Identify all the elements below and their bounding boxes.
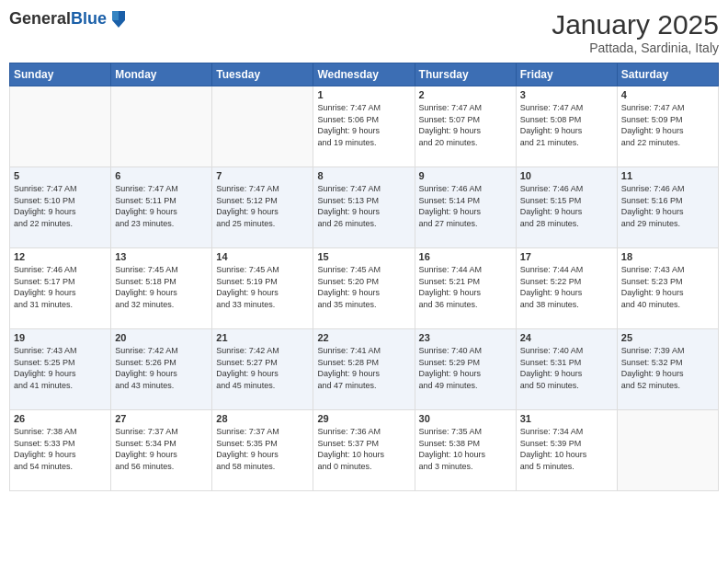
calendar-cell: 2Sunrise: 7:47 AMSunset: 5:07 PMDaylight… [415,86,516,167]
calendar-cell: 16Sunrise: 7:44 AMSunset: 5:21 PMDayligh… [415,248,516,329]
day-info: Sunrise: 7:40 AMSunset: 5:31 PMDaylight:… [520,345,613,391]
calendar-cell: 26Sunrise: 7:38 AMSunset: 5:33 PMDayligh… [10,410,111,491]
day-info: Sunrise: 7:46 AMSunset: 5:16 PMDaylight:… [621,183,714,229]
calendar-cell: 27Sunrise: 7:37 AMSunset: 5:34 PMDayligh… [111,410,212,491]
calendar-cell: 29Sunrise: 7:36 AMSunset: 5:37 PMDayligh… [313,410,415,491]
day-info: Sunrise: 7:36 AMSunset: 5:37 PMDaylight:… [317,426,410,472]
calendar-container: GeneralBlue January 2025 Pattada, Sardin… [0,0,728,563]
calendar-cell: 22Sunrise: 7:41 AMSunset: 5:28 PMDayligh… [313,329,415,410]
calendar-col-header: Saturday [617,63,718,86]
calendar-cell [10,86,111,167]
calendar-col-header: Tuesday [212,63,313,86]
calendar-cell [212,86,313,167]
calendar-cell: 3Sunrise: 7:47 AMSunset: 5:08 PMDaylight… [516,86,617,167]
day-info: Sunrise: 7:40 AMSunset: 5:29 PMDaylight:… [419,345,512,391]
logo-icon [108,9,127,29]
day-number: 31 [520,413,613,424]
day-number: 24 [520,332,613,343]
day-number: 29 [317,413,410,424]
day-number: 27 [115,413,208,424]
calendar-header-row: SundayMondayTuesdayWednesdayThursdayFrid… [10,63,719,86]
day-number: 10 [520,170,613,181]
calendar-cell: 10Sunrise: 7:46 AMSunset: 5:15 PMDayligh… [516,167,617,248]
calendar-week-row: 12Sunrise: 7:46 AMSunset: 5:17 PMDayligh… [10,248,719,329]
calendar-cell: 18Sunrise: 7:43 AMSunset: 5:23 PMDayligh… [617,248,718,329]
day-info: Sunrise: 7:47 AMSunset: 5:12 PMDaylight:… [216,183,309,229]
day-number: 4 [621,89,714,100]
day-info: Sunrise: 7:37 AMSunset: 5:34 PMDaylight:… [115,426,208,472]
day-number: 30 [419,413,512,424]
svg-marker-1 [112,11,119,20]
day-info: Sunrise: 7:47 AMSunset: 5:09 PMDaylight:… [621,102,714,148]
header: GeneralBlue January 2025 Pattada, Sardin… [9,9,719,55]
day-info: Sunrise: 7:47 AMSunset: 5:08 PMDaylight:… [520,102,613,148]
day-info: Sunrise: 7:47 AMSunset: 5:06 PMDaylight:… [317,102,410,148]
day-number: 22 [317,332,410,343]
day-number: 3 [520,89,613,100]
calendar-cell: 8Sunrise: 7:47 AMSunset: 5:13 PMDaylight… [313,167,415,248]
day-number: 7 [216,170,309,181]
day-info: Sunrise: 7:44 AMSunset: 5:22 PMDaylight:… [520,264,613,310]
day-number: 19 [14,332,107,343]
calendar-cell: 23Sunrise: 7:40 AMSunset: 5:29 PMDayligh… [415,329,516,410]
calendar-cell: 20Sunrise: 7:42 AMSunset: 5:26 PMDayligh… [111,329,212,410]
calendar-cell: 30Sunrise: 7:35 AMSunset: 5:38 PMDayligh… [415,410,516,491]
calendar-table: SundayMondayTuesdayWednesdayThursdayFrid… [9,63,719,491]
day-number: 13 [115,251,208,262]
day-number: 2 [419,89,512,100]
day-info: Sunrise: 7:41 AMSunset: 5:28 PMDaylight:… [317,345,410,391]
day-number: 18 [621,251,714,262]
calendar-cell: 11Sunrise: 7:46 AMSunset: 5:16 PMDayligh… [617,167,718,248]
calendar-col-header: Thursday [415,63,516,86]
calendar-cell: 14Sunrise: 7:45 AMSunset: 5:19 PMDayligh… [212,248,313,329]
day-number: 16 [419,251,512,262]
day-info: Sunrise: 7:42 AMSunset: 5:27 PMDaylight:… [216,345,309,391]
calendar-cell: 6Sunrise: 7:47 AMSunset: 5:11 PMDaylight… [111,167,212,248]
logo-general: GeneralBlue [9,10,107,29]
calendar-week-row: 26Sunrise: 7:38 AMSunset: 5:33 PMDayligh… [10,410,719,491]
calendar-cell: 1Sunrise: 7:47 AMSunset: 5:06 PMDaylight… [313,86,415,167]
day-info: Sunrise: 7:45 AMSunset: 5:18 PMDaylight:… [115,264,208,310]
day-number: 12 [14,251,107,262]
calendar-cell: 15Sunrise: 7:45 AMSunset: 5:20 PMDayligh… [313,248,415,329]
day-info: Sunrise: 7:35 AMSunset: 5:38 PMDaylight:… [419,426,512,472]
day-info: Sunrise: 7:47 AMSunset: 5:10 PMDaylight:… [14,183,107,229]
calendar-cell: 28Sunrise: 7:37 AMSunset: 5:35 PMDayligh… [212,410,313,491]
day-info: Sunrise: 7:44 AMSunset: 5:21 PMDaylight:… [419,264,512,310]
day-info: Sunrise: 7:38 AMSunset: 5:33 PMDaylight:… [14,426,107,472]
calendar-cell: 9Sunrise: 7:46 AMSunset: 5:14 PMDaylight… [415,167,516,248]
day-info: Sunrise: 7:47 AMSunset: 5:11 PMDaylight:… [115,183,208,229]
day-info: Sunrise: 7:46 AMSunset: 5:17 PMDaylight:… [14,264,107,310]
calendar-col-header: Friday [516,63,617,86]
calendar-cell [617,410,718,491]
calendar-cell: 19Sunrise: 7:43 AMSunset: 5:25 PMDayligh… [10,329,111,410]
calendar-cell: 13Sunrise: 7:45 AMSunset: 5:18 PMDayligh… [111,248,212,329]
calendar-week-row: 19Sunrise: 7:43 AMSunset: 5:25 PMDayligh… [10,329,719,410]
day-number: 20 [115,332,208,343]
day-info: Sunrise: 7:37 AMSunset: 5:35 PMDaylight:… [216,426,309,472]
day-number: 6 [115,170,208,181]
day-number: 26 [14,413,107,424]
day-number: 17 [520,251,613,262]
calendar-cell: 5Sunrise: 7:47 AMSunset: 5:10 PMDaylight… [10,167,111,248]
day-info: Sunrise: 7:45 AMSunset: 5:19 PMDaylight:… [216,264,309,310]
title-block: January 2025 Pattada, Sardinia, Italy [552,9,719,55]
day-info: Sunrise: 7:45 AMSunset: 5:20 PMDaylight:… [317,264,410,310]
calendar-cell: 4Sunrise: 7:47 AMSunset: 5:09 PMDaylight… [617,86,718,167]
logo: GeneralBlue [9,9,127,29]
calendar-cell: 12Sunrise: 7:46 AMSunset: 5:17 PMDayligh… [10,248,111,329]
day-number: 21 [216,332,309,343]
day-number: 1 [317,89,410,100]
day-number: 8 [317,170,410,181]
calendar-cell [111,86,212,167]
calendar-col-header: Monday [111,63,212,86]
day-number: 5 [14,170,107,181]
calendar-week-row: 5Sunrise: 7:47 AMSunset: 5:10 PMDaylight… [10,167,719,248]
day-number: 15 [317,251,410,262]
day-number: 23 [419,332,512,343]
calendar-cell: 21Sunrise: 7:42 AMSunset: 5:27 PMDayligh… [212,329,313,410]
day-number: 9 [419,170,512,181]
day-info: Sunrise: 7:47 AMSunset: 5:07 PMDaylight:… [419,102,512,148]
calendar-cell: 31Sunrise: 7:34 AMSunset: 5:39 PMDayligh… [516,410,617,491]
day-number: 14 [216,251,309,262]
